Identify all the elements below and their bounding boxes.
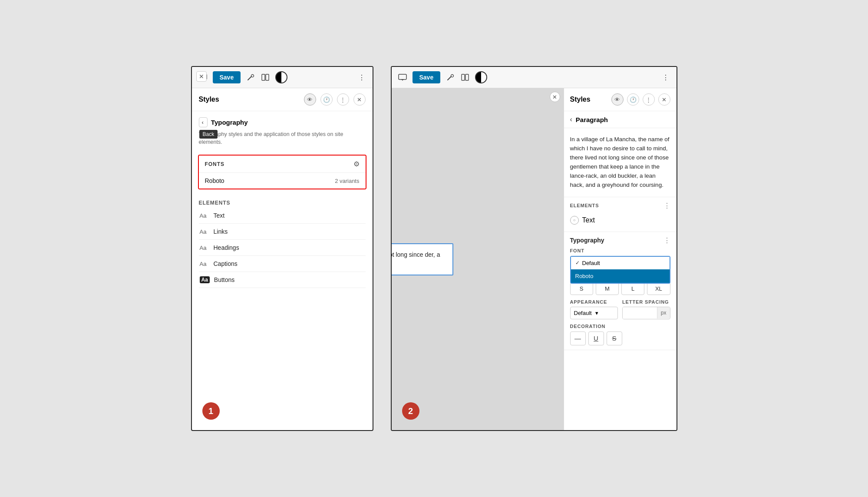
text-block[interactable]: mind, there lived not long since der, a … <box>391 243 453 275</box>
preview-text: In a village of La Mancha, the name of w… <box>564 128 677 197</box>
svg-rect-11 <box>465 74 469 80</box>
deco-strike-btn[interactable]: S <box>607 331 622 345</box>
deco-underline-icon: U <box>594 335 598 342</box>
deco-strike-icon: S <box>612 335 616 342</box>
font-selected-value: Default <box>582 260 600 266</box>
sidebar-typography-header: Typography ⋮ <box>570 236 670 245</box>
sidebar-typography-section: Typography ⋮ FONT ✓ Default Roboto SI <box>564 232 677 350</box>
element-row-text[interactable]: Aa Text <box>199 208 366 224</box>
history-icon-1[interactable]: 🕐 <box>320 93 333 106</box>
font-row[interactable]: Roboto 2 variants <box>199 172 366 189</box>
size-btn-xl[interactable]: XL <box>647 282 670 295</box>
size-btn-s[interactable]: S <box>570 282 593 295</box>
styles-header-1: Styles 👁 🕐 ⋮ ✕ <box>192 88 373 111</box>
elements-section-title: ELEMENTS <box>199 196 366 208</box>
more-icon-2[interactable]: ⋮ <box>661 73 670 82</box>
decoration-buttons: — U S <box>570 331 670 345</box>
element-aa-links: Aa <box>200 229 209 235</box>
step-badge-2: 2 <box>402 402 419 420</box>
element-label-links: Links <box>214 228 228 235</box>
size-btn-m[interactable]: M <box>596 282 619 295</box>
element-aa-text: Aa <box>200 212 209 219</box>
columns-icon[interactable] <box>261 73 270 82</box>
deco-none-icon: — <box>574 335 581 342</box>
breadcrumb-back[interactable]: ‹ <box>570 116 572 123</box>
right-sidebar-header: Styles 👁 🕐 ⋮ ✕ <box>564 88 677 111</box>
contrast-icon-2[interactable] <box>475 71 487 83</box>
typography-more-icon[interactable]: ⋮ <box>663 236 670 245</box>
right-sidebar-title: Styles <box>570 96 608 103</box>
panel-1: Save ⋮ ✕ Styles 👁 🕐 ⋮ ✕ ‹ Back Typograph… <box>191 66 373 431</box>
element-label-buttons: Buttons <box>214 276 234 283</box>
contrast-icon[interactable] <box>275 71 287 83</box>
sidebar-elements-title: ELEMENTS <box>570 203 599 208</box>
text-element-icon: ○ <box>570 216 579 225</box>
size-buttons: S M L XL <box>570 282 670 295</box>
close-styles-icon-1[interactable]: ✕ <box>353 93 366 106</box>
desktop-icon-2[interactable] <box>398 73 407 82</box>
breadcrumb-row: ‹ Paragraph <box>564 111 677 128</box>
sidebar-elements-header: ELEMENTS ⋮ <box>570 202 670 210</box>
save-button-1[interactable]: Save <box>213 71 241 83</box>
fonts-section: FONTS ⚙ Roboto 2 variants <box>198 155 366 189</box>
more-icon-1[interactable]: ⋮ <box>357 73 366 82</box>
fonts-section-header: FONTS ⚙ <box>199 156 366 172</box>
close-styles-icon-2[interactable]: ✕ <box>658 93 670 106</box>
element-row-buttons[interactable]: Aa Buttons <box>199 272 366 288</box>
styles-title-1: Styles <box>199 96 300 103</box>
font-dropdown[interactable]: ✓ Default Roboto <box>570 256 670 270</box>
element-row-captions[interactable]: Aa Captions <box>199 256 366 272</box>
step-badge-1: 1 <box>202 402 220 420</box>
chevron-down-icon: ▾ <box>595 310 614 316</box>
elements-more-icon[interactable]: ⋮ <box>663 202 670 210</box>
font-dropdown-list: Roboto <box>570 269 670 284</box>
deco-none-btn[interactable]: — <box>570 331 586 345</box>
element-label-text: Text <box>214 212 225 219</box>
eye-icon-2[interactable]: 👁 <box>611 93 624 106</box>
styles-panel-1: Styles 👁 🕐 ⋮ ✕ ‹ Back Typography Typogra… <box>192 88 373 430</box>
toolbar-2: Save ⋮ <box>392 67 677 88</box>
svg-rect-4 <box>262 74 265 80</box>
back-button[interactable]: ‹ Back <box>199 117 208 127</box>
sidebar-typography-title: Typography <box>570 237 604 244</box>
more-options-icon-2[interactable]: ⋮ <box>643 93 655 106</box>
more-options-icon-1[interactable]: ⋮ <box>337 93 349 106</box>
font-dropdown-selected: ✓ Default <box>571 257 670 269</box>
elements-section-1: ELEMENTS Aa Text Aa Links Aa Headings Aa… <box>192 193 373 292</box>
svg-rect-10 <box>462 74 465 80</box>
wrench-icon-2[interactable] <box>446 73 455 82</box>
spacing-unit: px <box>657 307 670 318</box>
back-tooltip: Back <box>199 130 218 139</box>
element-aa-captions: Aa <box>200 261 209 267</box>
element-row-headings[interactable]: Aa Headings <box>199 240 366 256</box>
deco-underline-btn[interactable]: U <box>588 331 604 345</box>
columns-icon-2[interactable] <box>460 73 470 82</box>
element-label-headings: Headings <box>214 244 239 251</box>
font-variants: 2 variants <box>335 178 359 184</box>
typography-label: Typography <box>211 119 248 126</box>
spacing-input: px <box>622 307 670 319</box>
checkmark-icon: ✓ <box>575 260 580 266</box>
spacing-field[interactable] <box>623 307 657 319</box>
sidebar-elements-section: ELEMENTS ⋮ ○ Text <box>564 197 677 232</box>
appearance-select[interactable]: Default ▾ <box>570 307 618 319</box>
appearance-row: APPEARANCE Default ▾ LETTER SPACING px <box>570 299 670 319</box>
text-element-label: Text <box>582 216 595 224</box>
save-button-2[interactable]: Save <box>413 71 441 83</box>
right-sidebar: Styles 👁 🕐 ⋮ ✕ ‹ Paragraph In a village … <box>564 88 677 430</box>
canvas-close-btn[interactable]: ✕ <box>550 92 560 102</box>
wrench-icon[interactable] <box>246 73 255 82</box>
panel2-body: ✕ mind, there lived not long since der, … <box>392 88 677 430</box>
fonts-section-title: FONTS <box>205 161 353 167</box>
typography-desc: Typography styles and the application of… <box>192 129 373 151</box>
font-option-roboto[interactable]: Roboto <box>571 269 670 283</box>
appearance-value: Default <box>574 310 593 316</box>
eye-icon-1[interactable]: 👁 <box>304 93 316 106</box>
filter-icon[interactable]: ⚙ <box>353 160 360 168</box>
size-btn-l[interactable]: L <box>621 282 644 295</box>
history-icon-2[interactable]: 🕐 <box>627 93 639 106</box>
spacing-group: LETTER SPACING px <box>622 299 670 319</box>
text-element-row[interactable]: ○ Text <box>570 213 670 227</box>
close-button-1[interactable]: ✕ <box>196 71 207 82</box>
element-row-links[interactable]: Aa Links <box>199 224 366 240</box>
